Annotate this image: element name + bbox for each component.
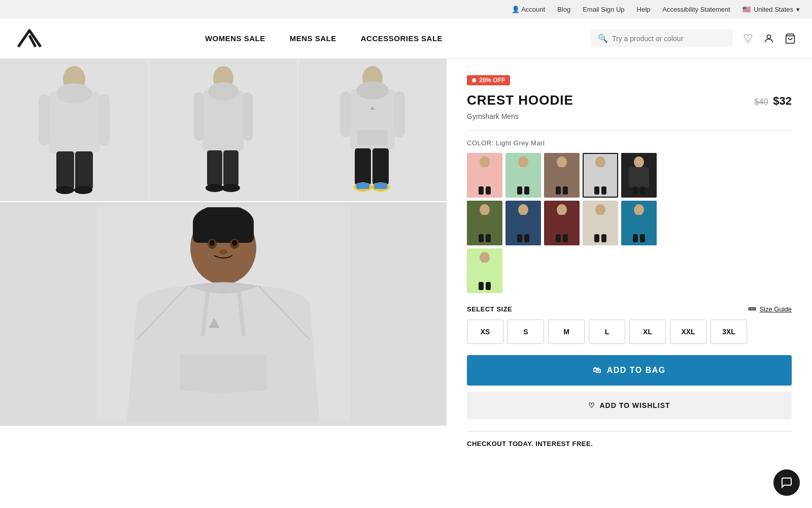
svg-rect-55 (556, 186, 561, 195)
cart-icon[interactable] (785, 33, 796, 44)
svg-rect-15 (243, 92, 253, 141)
product-image-side (149, 59, 297, 201)
account-link[interactable]: 👤 Account (512, 6, 545, 13)
color-swatch-lime[interactable] (467, 248, 502, 293)
account-header-icon[interactable] (763, 33, 774, 44)
svg-rect-68 (486, 234, 491, 242)
svg-point-9 (56, 186, 74, 194)
color-swatch-cream[interactable] (583, 201, 618, 245)
svg-rect-63 (633, 186, 638, 195)
svg-rect-83 (633, 234, 638, 242)
svg-rect-56 (563, 186, 568, 195)
color-swatch-olive[interactable] (467, 201, 502, 245)
country-selector[interactable]: 🇺🇸 United States ▾ (742, 6, 800, 13)
size-header: SELECT SIZE Size Guide (467, 304, 792, 313)
size-xs[interactable]: XS (467, 320, 503, 344)
svg-point-4 (56, 83, 92, 104)
size-s[interactable]: S (507, 320, 544, 344)
product-image-front-full (298, 59, 447, 201)
utility-bar: 👤 Account Blog Email Sign Up Help Access… (0, 0, 812, 18)
size-3xl[interactable]: 3XL (710, 320, 747, 344)
color-swatch-brown[interactable] (544, 153, 580, 198)
images-top-row (0, 59, 447, 201)
svg-rect-7 (56, 151, 74, 189)
svg-rect-50 (513, 167, 533, 187)
product-image-closeup (0, 202, 447, 426)
svg-point-77 (595, 204, 605, 215)
size-section: SELECT SIZE Size Guide XS S M L XL XXL 3… (467, 304, 792, 344)
nav-womens-sale[interactable]: WOMENS SALE (205, 34, 265, 43)
account-label: Account (521, 6, 545, 13)
nav-accessories-sale[interactable]: ACCESSORIES SALE (361, 34, 443, 43)
svg-point-73 (557, 204, 567, 215)
svg-rect-52 (524, 186, 529, 195)
accessibility-link[interactable]: Accessibility Statement (662, 6, 730, 13)
svg-rect-51 (517, 186, 522, 195)
svg-point-10 (74, 186, 92, 194)
svg-rect-46 (475, 167, 495, 187)
price-group: $40 $32 (755, 94, 792, 108)
svg-point-49 (518, 156, 528, 168)
price-sale: $32 (773, 94, 792, 108)
svg-rect-75 (556, 234, 561, 242)
svg-rect-22 (357, 130, 388, 145)
search-bar[interactable]: 🔍 (591, 29, 733, 47)
svg-rect-58 (590, 167, 611, 187)
help-link[interactable]: Help (637, 6, 651, 13)
add-to-wishlist-button[interactable]: ♡ ADD TO WISHLIST (467, 392, 792, 419)
svg-rect-59 (594, 186, 599, 195)
svg-point-41 (219, 249, 227, 255)
blog-link[interactable]: Blog (557, 6, 570, 13)
color-swatch-navy[interactable] (505, 201, 541, 245)
product-title: CREST HOODIE (467, 92, 573, 108)
chevron-down-icon: ▾ (796, 6, 800, 13)
svg-rect-54 (552, 167, 572, 187)
svg-rect-14 (194, 92, 204, 141)
add-to-bag-button[interactable]: 🛍 ADD TO BAG (467, 355, 792, 386)
svg-rect-66 (475, 215, 495, 235)
divider-1 (467, 131, 792, 131)
chat-button[interactable] (773, 469, 800, 496)
svg-point-61 (634, 156, 644, 168)
svg-point-85 (480, 252, 490, 263)
svg-rect-25 (394, 91, 405, 137)
size-guide-link[interactable]: Size Guide (748, 304, 792, 313)
add-to-bag-label: ADD TO BAG (607, 366, 666, 375)
search-input[interactable] (612, 35, 726, 43)
svg-rect-72 (524, 234, 529, 242)
size-xxl[interactable]: XXL (670, 320, 706, 344)
svg-point-69 (518, 204, 528, 215)
svg-rect-36 (193, 217, 254, 243)
svg-rect-86 (475, 263, 495, 283)
svg-rect-60 (601, 186, 606, 195)
logo[interactable] (16, 28, 57, 49)
color-swatch-teal[interactable] (621, 201, 657, 245)
cta-section: 🛍 ADD TO BAG ♡ ADD TO WISHLIST (467, 355, 792, 419)
svg-point-18 (206, 184, 224, 192)
color-swatch-light-grey[interactable] (583, 153, 618, 198)
svg-rect-70 (513, 215, 533, 235)
svg-rect-84 (640, 234, 645, 242)
color-swatch-maroon[interactable] (544, 201, 580, 245)
nav-mens-sale[interactable]: MENS SALE (290, 34, 336, 43)
svg-rect-24 (340, 91, 351, 137)
email-signup-link[interactable]: Email Sign Up (583, 6, 624, 13)
add-to-wishlist-label: ADD TO WISHLIST (599, 401, 670, 409)
size-l[interactable]: L (589, 320, 625, 344)
size-xl[interactable]: XL (629, 320, 666, 344)
svg-rect-82 (629, 215, 649, 235)
svg-point-53 (557, 156, 567, 168)
color-swatch-black[interactable] (621, 153, 657, 198)
color-value: Light Grey Marl (496, 139, 545, 147)
color-swatch-mint[interactable] (505, 153, 541, 198)
color-label: COLOR: Light Grey Marl (467, 139, 792, 147)
heart-icon: ♡ (588, 401, 595, 409)
color-swatch-pink[interactable] (467, 153, 502, 198)
product-title-row: CREST HOODIE $40 $32 (467, 92, 792, 108)
wishlist-icon[interactable]: ♡ (743, 32, 753, 45)
header-actions: 🔍 ♡ (591, 29, 796, 47)
svg-rect-6 (98, 94, 110, 145)
svg-point-23 (356, 81, 389, 100)
size-m[interactable]: M (548, 320, 585, 344)
svg-rect-8 (75, 151, 93, 189)
